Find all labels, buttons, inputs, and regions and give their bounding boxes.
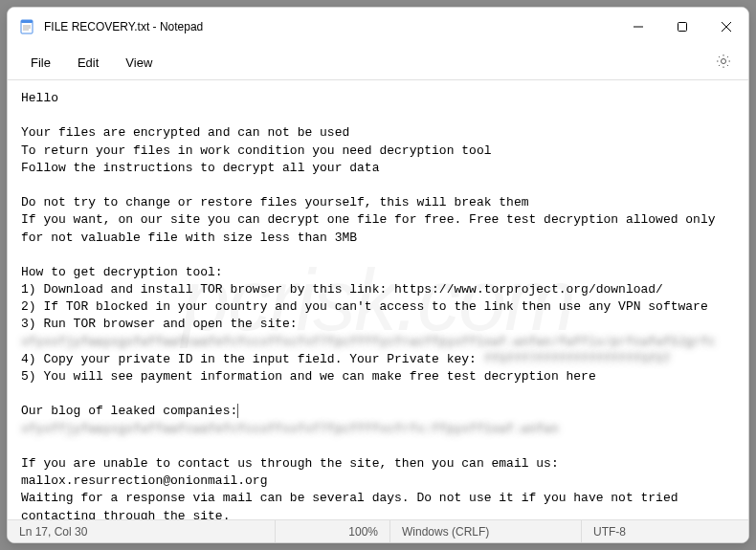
- maximize-button[interactable]: [660, 8, 704, 46]
- titlebar: FILE RECOVERY.txt - Notepad: [8, 8, 748, 46]
- text-line: Waiting for a response via mail can be s…: [21, 491, 685, 519]
- text-line: Do not try to change or restore files yo…: [21, 195, 529, 209]
- minimize-button[interactable]: [616, 8, 660, 46]
- menu-edit[interactable]: Edit: [66, 50, 110, 76]
- close-button[interactable]: [704, 8, 748, 46]
- text-line: 5) You will see payment information and …: [21, 369, 596, 384]
- text-line: How to get decryption tool:: [21, 265, 223, 279]
- text-line: 4) Copy your private ID in the input fie…: [21, 352, 484, 366]
- notepad-window: FILE RECOVERY.txt - Notepad File Edit Vi…: [7, 7, 749, 543]
- statusbar: Ln 17, Col 30 100% Windows (CRLF) UTF-8: [8, 519, 748, 542]
- redacted-text: xfyxxfjyfwwyxgxfwffwwfcwafefcfccxffxcfxf…: [21, 335, 716, 349]
- text-content-area[interactable]: pcrisk.comHello Your files are encrypted…: [8, 80, 748, 519]
- status-encoding: UTF-8: [582, 520, 748, 542]
- text-line: Your files are encrypted and can not be …: [21, 125, 349, 140]
- text-line: Follow the instructions to decrypt all y…: [21, 161, 379, 175]
- svg-rect-1: [21, 20, 33, 23]
- text-line: 3) Run TOR browser and open the site:: [21, 317, 298, 331]
- status-zoom[interactable]: 100%: [276, 520, 390, 542]
- menubar: File Edit View: [8, 46, 748, 80]
- svg-rect-6: [678, 23, 687, 32]
- window-title: FILE RECOVERY.txt - Notepad: [44, 20, 616, 33]
- text-line: To return your files in work condition y…: [21, 143, 491, 158]
- text-line: If you are unable to contact us through …: [21, 456, 567, 488]
- text-line: 1) Download and install TOR browser by t…: [21, 282, 663, 297]
- notepad-icon: [19, 19, 34, 34]
- menu-file[interactable]: File: [19, 50, 62, 76]
- text-line: Our blog of leaked companies:: [21, 404, 237, 418]
- text-line: If you want, on our site you can decrypt…: [21, 212, 723, 244]
- status-cursor-position: Ln 17, Col 30: [8, 520, 276, 542]
- text-line: Hello: [21, 91, 58, 105]
- settings-button[interactable]: [710, 48, 737, 78]
- menu-view[interactable]: View: [114, 50, 164, 76]
- window-controls: [616, 8, 748, 46]
- text-cursor: [237, 404, 238, 418]
- gear-icon: [716, 54, 731, 69]
- redacted-text: ffSfff7ffffffffffffffSfST: [484, 352, 671, 366]
- status-line-ending: Windows (CRLF): [390, 520, 582, 542]
- redacted-text: xfyxffjyfwwyxgxfwffwwfcwafefcfccoffxxfxf…: [21, 422, 559, 436]
- text-line: 2) If TOR blocked in your country and yo…: [21, 299, 708, 314]
